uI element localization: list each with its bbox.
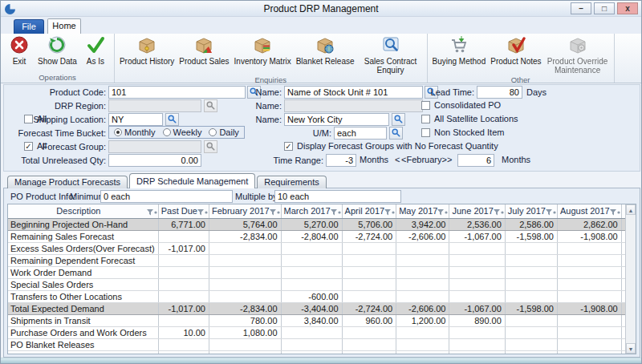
shipping-location-field[interactable]: NY [108,113,163,126]
time-range-from-field[interactable]: -3 [326,154,356,167]
buying-method-button[interactable]: Buying Method [430,34,489,67]
grid-value-cell[interactable] [557,338,621,350]
grid-value-cell[interactable] [281,242,342,254]
grid-value-cell[interactable] [158,266,209,278]
grid-value-cell[interactable] [449,338,505,350]
non-stocked-item-checkbox[interactable] [421,128,430,137]
column-header-march-2017[interactable]: March 2017 [281,204,342,218]
grid-value-cell[interactable]: -1,017.00 [158,302,209,314]
grid-value-cell[interactable]: 2,862.00 [557,218,621,230]
grid-value-cell[interactable]: -1,598.00 [505,302,557,314]
row-description-cell[interactable]: Beginning Projected On-Hand [8,218,158,230]
grid-value-cell[interactable]: 3,840.00 [281,314,342,326]
minimum-field[interactable]: 0 each [100,190,233,203]
grid-value-cell[interactable] [557,242,621,254]
grid-value-cell[interactable] [342,266,396,278]
um-lookup-button[interactable] [389,127,403,140]
grid-value-cell[interactable] [449,254,505,266]
grid-value-cell[interactable] [557,266,621,278]
time-range-to-field[interactable]: 6 [457,154,494,167]
grid-value-cell[interactable] [557,350,621,354]
as-is-button[interactable]: As Is [79,34,112,67]
grid-value-cell[interactable] [158,350,209,354]
grid-value-cell[interactable] [158,254,209,266]
row-description-cell[interactable]: Remaining Dependent Forecast [8,254,158,266]
grid-value-cell[interactable] [557,290,621,302]
grid-value-cell[interactable] [449,326,505,338]
all-satellite-locations-checkbox[interactable] [421,115,430,123]
grid-value-cell[interactable] [281,326,342,338]
grid-value-cell[interactable]: -2,724.00 [342,302,396,314]
month-next-button[interactable]: > [447,155,452,164]
grid-value-cell[interactable]: -1,067.00 [449,230,505,242]
grid-value-cell[interactable] [449,242,505,254]
filter-icon[interactable] [546,208,556,217]
column-header-april-2017[interactable]: April 2017 [342,204,396,218]
sales-contract-enquiry-button[interactable]: Sales Contract Enquiry [357,34,425,75]
vertical-scrollbar[interactable]: ▲ ▼ [625,204,636,354]
product-code-field[interactable]: 101 [108,86,246,99]
grid-value-cell[interactable] [281,350,342,354]
grid-value-cell[interactable] [557,254,621,266]
column-header-may-2017[interactable]: May 2017 [396,204,449,218]
grid-value-cell[interactable] [209,242,281,254]
grid-value-cell[interactable] [505,254,557,266]
grid-value-cell[interactable]: 5,270.00 [281,218,342,230]
grid-value-cell[interactable]: -600.00 [281,290,342,302]
grid-value-cell[interactable] [396,242,449,254]
filter-icon[interactable] [494,208,504,217]
grid-value-cell[interactable] [158,338,209,350]
grid-value-cell[interactable] [342,242,396,254]
grid-value-cell[interactable]: 3,942.00 [396,218,449,230]
grid-value-cell[interactable] [342,254,396,266]
row-description-cell[interactable]: Total Expected Demand [8,302,158,314]
home-tab[interactable]: Home [47,18,81,34]
grid-value-cell[interactable] [449,278,505,290]
show-data-button[interactable]: Show Data [35,34,79,67]
grid-value-cell[interactable]: -2,804.00 [281,230,342,242]
grid-value-cell[interactable]: 780.00 [209,314,281,326]
maximize-button[interactable]: □ [594,2,615,14]
grid-value-cell[interactable]: -2,606.00 [396,230,449,242]
grid-value-cell[interactable]: 2,536.00 [449,218,505,230]
close-button[interactable]: x [617,2,638,14]
grid-value-cell[interactable]: -1,017.00 [158,242,209,254]
grid-value-cell[interactable]: -3,404.00 [281,302,342,314]
row-description-cell[interactable]: Excess Sales Orders(Over Forecast) [8,242,158,254]
grid-value-cell[interactable] [505,290,557,302]
grid-value-cell[interactable] [342,338,396,350]
row-description-cell[interactable]: Work Order Demand [8,266,158,278]
grid-value-cell[interactable] [505,266,557,278]
grid-value-cell[interactable]: -2,606.00 [396,302,449,314]
column-header-july-2017[interactable]: July 2017 [505,204,557,218]
row-description-cell[interactable]: Remaining Sales Forecast [8,230,158,242]
grid-value-cell[interactable] [557,314,621,326]
grid-value-cell[interactable] [342,326,396,338]
row-description-cell[interactable]: Special Sales Orders [8,278,158,290]
um-field[interactable]: each [334,127,387,140]
row-description-cell[interactable]: PO Blanket Releases [8,338,158,350]
grid-value-cell[interactable] [209,350,281,354]
name3-field[interactable]: New York City [284,113,389,126]
column-header-description[interactable]: Description [8,204,158,218]
column-header-past-due[interactable]: Past Due [158,204,209,218]
minimize-button[interactable]: – [571,2,591,14]
grid-value-cell[interactable]: -2,834.00 [209,230,281,242]
grid-value-cell[interactable]: 6,771.00 [158,218,209,230]
grid-value-cell[interactable] [281,266,342,278]
grid-value-cell[interactable]: -1,908.00 [557,302,621,314]
column-header-february-2017[interactable]: February 2017 [209,204,281,218]
grid-value-cell[interactable]: -1,908.00 [557,230,621,242]
grid-value-cell[interactable] [396,350,449,354]
monthly-radio[interactable]: Monthly [114,127,156,137]
grid-value-cell[interactable]: 1,080.00 [209,326,281,338]
scroll-up-arrow[interactable]: ▲ [626,204,636,215]
tab-requirements[interactable]: Requirements [257,176,326,188]
grid-value-cell[interactable]: 5,706.00 [342,218,396,230]
month-prev-button[interactable]: < [395,155,400,164]
filter-icon[interactable] [270,208,280,217]
multiple-by-field[interactable]: 10 each [274,190,401,203]
tab-manage-product-forecasts[interactable]: Manage Product Forecasts [7,176,128,188]
row-description-cell[interactable]: Transfers to Other Locations [8,290,158,302]
filter-icon[interactable] [331,208,341,217]
